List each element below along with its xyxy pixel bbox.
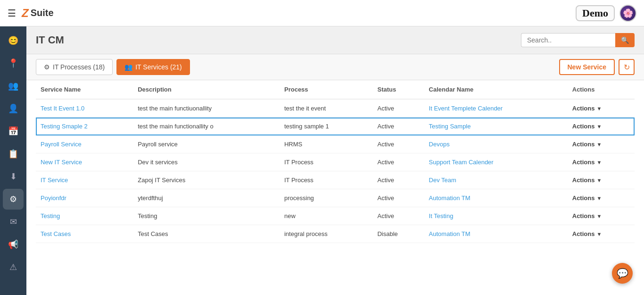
cell-status: Active [372, 189, 424, 207]
sidebar-item-users[interactable]: 👥 [3, 76, 24, 96]
actions-dropdown[interactable]: Actions ▼ [572, 194, 630, 202]
actions-dropdown[interactable]: Actions ▼ [572, 105, 630, 112]
cell-actions[interactable]: Actions ▼ [568, 225, 635, 243]
cell-description: Test Cases [133, 225, 280, 243]
logo: Z Suite [22, 7, 54, 20]
cell-actions[interactable]: Actions ▼ [568, 99, 635, 118]
tabs-row: ⚙ IT Processes (18) 👥 IT Services (21) N… [26, 54, 644, 80]
table-header-row: Service Name Description Process Status … [36, 80, 635, 99]
tab-it-processes-label: IT Processes (18) [53, 63, 105, 71]
cell-description: Testing [133, 207, 280, 225]
cell-description: yterdfthuj [133, 189, 280, 207]
sidebar-item-location[interactable]: 📍 [3, 53, 24, 74]
cell-service-name[interactable]: Test Cases [36, 225, 133, 243]
actions-dropdown[interactable]: Actions ▼ [572, 230, 630, 237]
sidebar-item-message[interactable]: ✉ [3, 211, 24, 232]
cell-calendar-name[interactable]: It Event Templete Calender [424, 99, 568, 118]
cell-calendar-name[interactable]: Automation TM [424, 225, 568, 243]
cell-description: test the main functionallity o [133, 118, 280, 135]
content-area: IT CM 🔍 ⚙ IT Processes (18) 👥 IT Service… [26, 26, 644, 295]
col-actions: Actions [568, 80, 635, 99]
cell-status: Active [372, 135, 424, 153]
tab-it-services[interactable]: 👥 IT Services (21) [116, 59, 190, 75]
nav-right: Demo 🌸 [576, 5, 636, 22]
cell-actions[interactable]: Actions ▼ [568, 207, 635, 225]
tab-it-processes[interactable]: ⚙ IT Processes (18) [36, 59, 113, 75]
actions-dropdown[interactable]: Actions ▼ [572, 159, 630, 166]
table-row[interactable]: Test It Event 1.0test the main functiuon… [36, 99, 635, 118]
cell-description: test the main functiuonallity [133, 99, 280, 118]
logo-text: Suite [31, 8, 54, 18]
avatar[interactable]: 🌸 [619, 5, 636, 22]
cell-process: HRMS [280, 135, 373, 153]
cell-calendar-name[interactable]: It Testing [424, 207, 568, 225]
new-service-button[interactable]: New Service [559, 59, 615, 75]
tabs-right: New Service ↻ [559, 59, 635, 75]
search-box: 🔍 [521, 33, 635, 47]
main-wrapper: 😊 📍 👥 👤 📅 📋 ⬇ ⚙ ✉ 📢 ⚠ IT CM 🔍 ⚙ IT Proce… [0, 26, 644, 295]
table-row[interactable]: IT ServiceZapoj IT ServicesIT ProcessAct… [36, 171, 635, 189]
cell-calendar-name[interactable]: Automation TM [424, 189, 568, 207]
cell-process: processing [280, 189, 373, 207]
chat-bubble[interactable]: 💬 [612, 263, 633, 284]
sidebar-item-download[interactable]: ⬇ [3, 166, 24, 187]
search-input[interactable] [521, 33, 615, 47]
table-row[interactable]: TestingTestingnewActiveIt TestingActions… [36, 207, 635, 225]
search-button[interactable]: 🔍 [615, 33, 635, 47]
cell-service-name[interactable]: Poyionfdr [36, 189, 133, 207]
hamburger-icon[interactable]: ☰ [8, 8, 16, 19]
cell-service-name[interactable]: Testing [36, 207, 133, 225]
cell-service-name[interactable]: Testing Smaple 2 [36, 118, 133, 135]
table-row[interactable]: Testing Smaple 2test the main functional… [36, 118, 635, 135]
cell-actions[interactable]: Actions ▼ [568, 189, 635, 207]
services-table: Service Name Description Process Status … [36, 80, 635, 243]
sidebar-item-warning[interactable]: ⚠ [3, 257, 24, 278]
table-wrapper: Service Name Description Process Status … [26, 80, 644, 295]
cell-service-name[interactable]: New IT Service [36, 153, 133, 171]
cell-actions[interactable]: Actions ▼ [568, 135, 635, 153]
cell-actions[interactable]: Actions ▼ [568, 118, 635, 135]
actions-dropdown[interactable]: Actions ▼ [572, 123, 630, 130]
cell-calendar-name[interactable]: Testing Sample [424, 118, 568, 135]
sidebar-item-team[interactable]: 👤 [3, 98, 24, 119]
col-calendar-name: Calendar Name [424, 80, 568, 99]
actions-dropdown[interactable]: Actions ▼ [572, 141, 630, 148]
cell-service-name[interactable]: Test It Event 1.0 [36, 99, 133, 118]
actions-dropdown[interactable]: Actions ▼ [572, 212, 630, 219]
table-row[interactable]: PoyionfdryterdfthujprocessingActiveAutom… [36, 189, 635, 207]
cell-process: testing sample 1 [280, 118, 373, 135]
cell-calendar-name[interactable]: Devops [424, 135, 568, 153]
cell-service-name[interactable]: IT Service [36, 171, 133, 189]
table-row[interactable]: Payroll ServicePayroll serviceHRMSActive… [36, 135, 635, 153]
page-title: IT CM [36, 34, 64, 46]
table-row[interactable]: New IT ServiceDev it servicesIT ProcessA… [36, 153, 635, 171]
page-header: IT CM 🔍 [26, 26, 644, 54]
gear-icon: ⚙ [44, 63, 50, 71]
sidebar-item-face[interactable]: 😊 [3, 30, 24, 51]
cell-process: IT Process [280, 153, 373, 171]
cell-calendar-name[interactable]: Support Team Calender [424, 153, 568, 171]
cell-status: Disable [372, 225, 424, 243]
demo-badge: Demo [576, 5, 615, 21]
refresh-button[interactable]: ↻ [619, 59, 635, 75]
cell-calendar-name[interactable]: Dev Team [424, 171, 568, 189]
cell-status: Active [372, 99, 424, 118]
cell-description: Zapoj IT Services [133, 171, 280, 189]
col-description: Description [133, 80, 280, 99]
actions-dropdown[interactable]: Actions ▼ [572, 177, 630, 184]
tab-it-services-label: IT Services (21) [135, 63, 182, 71]
sidebar: 😊 📍 👥 👤 📅 📋 ⬇ ⚙ ✉ 📢 ⚠ [0, 26, 26, 295]
sidebar-item-settings[interactable]: ⚙ [3, 189, 24, 210]
cell-description: Dev it services [133, 153, 280, 171]
tabs-left: ⚙ IT Processes (18) 👥 IT Services (21) [36, 59, 190, 75]
cell-actions[interactable]: Actions ▼ [568, 153, 635, 171]
sidebar-item-megaphone[interactable]: 📢 [3, 234, 24, 255]
table-row[interactable]: Test CasesTest Casesintegral processDisa… [36, 225, 635, 243]
cell-actions[interactable]: Actions ▼ [568, 171, 635, 189]
sidebar-item-file[interactable]: 📋 [3, 143, 24, 164]
cell-process: integral process [280, 225, 373, 243]
nav-left: ☰ Z Suite [8, 7, 54, 20]
cell-service-name[interactable]: Payroll Service [36, 135, 133, 153]
cell-process: IT Process [280, 171, 373, 189]
sidebar-item-calendar[interactable]: 📅 [3, 121, 24, 142]
